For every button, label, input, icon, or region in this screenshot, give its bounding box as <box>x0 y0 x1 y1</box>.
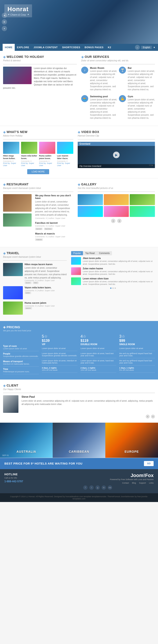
tab-thumb-2 <box>71 267 81 275</box>
tab-top-read[interactable]: Top Read <box>83 251 97 255</box>
nav-icons: ⌕ <box>135 45 140 50</box>
gallery-thumb-2[interactable] <box>104 194 129 205</box>
pricing-double-transport: Lorem ipsum dolor sit amet, hand test ye… <box>81 360 116 366</box>
client-content: Steve Paul Lorem dolor sit amet, consect… <box>3 395 155 413</box>
travel-divider <box>3 260 67 261</box>
travel-post-2-meta: Comments: 0 | Author: Super User <box>25 290 55 292</box>
nav-arrow-down[interactable]: ▼ <box>153 46 155 49</box>
welcome-icon: ◈ <box>3 55 6 59</box>
restaurant-meta: Comments: 0 | Author: Super User <box>35 217 73 219</box>
destination-caribbean[interactable]: CARIBBEAN <box>53 423 105 458</box>
news-print-2[interactable]: Print by: Super User <box>21 162 34 166</box>
news-print-3[interactable]: Print by: Super User <box>39 162 52 166</box>
client-prev-button[interactable]: ‹ <box>146 414 150 418</box>
dot-3[interactable] <box>114 288 116 289</box>
travel-icon: ◈ <box>3 251 6 255</box>
pricing-single-discount: 5% off 2nd week <box>119 369 134 371</box>
gallery-prev-button[interactable]: ‹ <box>111 219 115 223</box>
footer-link-blog[interactable]: Blog <box>132 482 136 484</box>
destination-australia[interactable]: AUSTRALIA SEP 01 <box>0 423 53 458</box>
nav-k2[interactable]: K2 <box>106 44 113 51</box>
social-linkedin[interactable]: in <box>102 485 106 490</box>
news-print-4[interactable]: Print by: Super User <box>57 162 70 166</box>
pricing-double-duration: 2 days, 1 nights <box>81 367 116 369</box>
video-player[interactable]: Greenland ▶ 32 ▶ Flip Overview Greenland <box>78 142 155 168</box>
gallery-thumb-3[interactable] <box>130 194 155 205</box>
welcome-divider <box>3 64 77 64</box>
tab-post-2-text: Lorem ipsum dolor sit amet, consectetur … <box>83 270 155 276</box>
nav-explore[interactable]: EXPLORE <box>15 44 31 51</box>
pricing-label-transport: Means of transport interdum et malesuada… <box>3 360 39 366</box>
pricing-icon: ◈ <box>3 325 6 329</box>
tab-popular[interactable]: Popular <box>71 251 83 255</box>
travel-post-3-tags: sacem <box>25 307 55 310</box>
destination-europe[interactable]: EUROPE <box>105 423 158 458</box>
restaurant-main-post: We pay these fees so you don't have Lore… <box>35 194 73 219</box>
nav-bonus[interactable]: BONUS PAGES <box>83 44 106 51</box>
footer-link-support[interactable]: Support <box>139 482 146 484</box>
pricing-vip-room-text: Lorem ipsum dolor sit amet <box>42 347 66 350</box>
hero-icon-3[interactable]: ♦ <box>2 26 7 31</box>
pricing-label-time: Time Pellentesque at posuere nunc. <box>3 368 39 374</box>
footer-link-contact[interactable]: Contact <box>122 482 129 484</box>
service-gym-text: Lorem ipsum dolor sit amet, consectetur … <box>128 98 155 120</box>
gallery-thumb-1[interactable] <box>78 194 103 205</box>
service-bar-icon: 🍸 <box>119 66 126 74</box>
footer-logo-area: Joom!Fox Powered by Free Software with L… <box>42 473 153 490</box>
gallery-thumb-5[interactable] <box>104 206 129 217</box>
footer-link-links[interactable]: Links <box>149 482 153 484</box>
restaurant-icon: ◈ <box>3 182 6 186</box>
services-title: OUR SERVICES <box>85 55 109 58</box>
restaurant-post-2-title: Maecis at maecis <box>35 232 73 235</box>
news-print-1[interactable]: Print by: Super User <box>3 162 16 166</box>
client-next-button[interactable]: › <box>151 414 155 418</box>
video-play-button[interactable]: ▶ <box>113 152 120 158</box>
services-icon: ◈ <box>81 55 84 59</box>
news-grid: Hiten mega lorem kolten. Comments: 0 Pri… <box>3 142 73 166</box>
nav-language[interactable]: English <box>141 46 152 49</box>
social-google[interactable]: g <box>95 485 100 490</box>
nav-joomla[interactable]: JOOMLA CONTENT <box>31 44 60 51</box>
hero-icon-2[interactable]: ⊞ <box>2 19 7 24</box>
footer-copyright: Copyright © 2014 LJ Honrat. All Rights R… <box>5 496 153 500</box>
pricing-labels-col: Type of room Lorem ipsum dolor sit amet … <box>3 334 39 376</box>
nav-home[interactable]: HOME <box>3 44 15 51</box>
service-pool-text: Lorem ipsum dolor sit amet, consectetur … <box>90 98 117 120</box>
pricing-title: PRICING <box>7 326 20 329</box>
client-subtitle: Our Happy Clients <box>3 388 155 390</box>
tab-dots <box>71 288 155 289</box>
tag-laoreet: laoreet <box>35 228 43 230</box>
gallery-thumb-6[interactable] <box>130 206 155 217</box>
best-price-button[interactable]: GO <box>144 461 153 466</box>
client-avatar <box>3 395 19 413</box>
whats-new-video-section: ◈ WHAT'S NEW Advice from Holiday Hiten m… <box>0 126 158 178</box>
gallery-thumb-4[interactable] <box>78 206 103 217</box>
site-tagline: Charm & Cosy <box>10 13 26 16</box>
pricing-vip-discount: 15% off 2nd week <box>42 369 58 371</box>
social-facebook[interactable]: f <box>83 485 88 490</box>
nav-icon-search[interactable]: ⌕ <box>135 45 140 50</box>
service-music-text: Lorem ipsum dolor sit amet, consectetur … <box>90 70 117 91</box>
restaurant-gallery-section: ◈ RESTAURANT Bacayan everit rbamasam lys… <box>0 178 158 247</box>
dot-1[interactable] <box>110 288 111 289</box>
news-thumb-2 <box>21 142 37 154</box>
footer-bottom: Copyright © 2014 LJ Honrat. All Rights R… <box>0 493 158 502</box>
pricing-single-price: $99 <box>119 339 155 343</box>
tag-maecis: maecis <box>35 238 43 241</box>
load-more-button[interactable]: LOAD MORE <box>27 169 49 174</box>
restaurant-post-2-meta: Comments: 0 | Author: Super User <box>35 236 73 238</box>
service-bar-title: Bar <box>128 66 155 69</box>
social-rss[interactable]: rss <box>108 485 112 490</box>
client-icon: ◈ <box>3 384 6 388</box>
nav-shortcodes[interactable]: SHORTCODES <box>60 44 83 51</box>
travel-post-2-title: Vazen mila koten lazen. <box>25 286 55 289</box>
dot-2[interactable] <box>112 288 114 289</box>
social-twitter[interactable]: t <box>89 485 94 490</box>
tab-comments[interactable]: Comments <box>97 251 112 255</box>
tab-post-2-content: Zulan malen hazme Lorem ipsum dolor sit … <box>83 267 155 276</box>
whats-new-col: ◈ WHAT'S NEW Advice from Holiday Hiten m… <box>3 130 73 174</box>
pricing-single-name: SINGLE ROOM <box>119 343 155 346</box>
welcome-subtitle: Perfect & talented <box>3 60 77 62</box>
gallery-next-button[interactable]: › <box>117 219 122 223</box>
pricing-grid: Type of room Lorem ipsum dolor sit amet … <box>3 334 155 376</box>
